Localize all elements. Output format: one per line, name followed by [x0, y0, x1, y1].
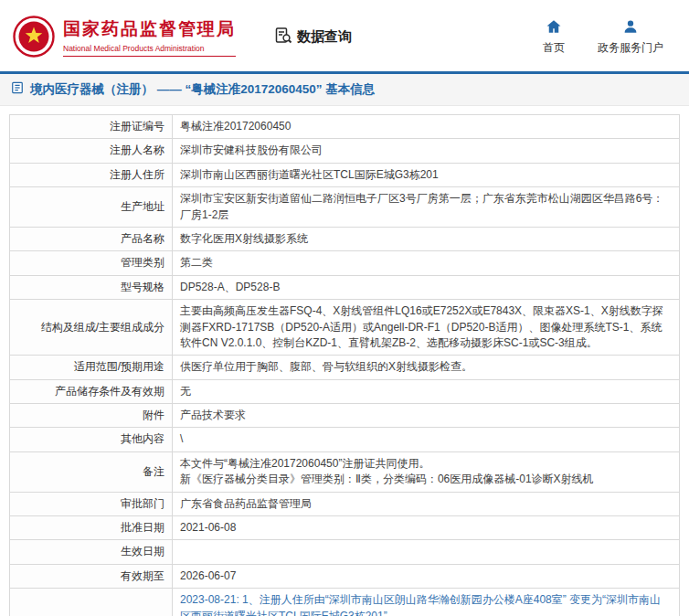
row-value [173, 540, 680, 564]
user-icon [622, 18, 639, 37]
row-value: 2021-06-08 [173, 516, 680, 540]
row-label: 适用范围/预期用途 [10, 356, 173, 379]
national-emblem-logo [13, 16, 55, 58]
row-value: 供医疗单位用于胸部、腹部、骨与软组织的X射线摄影检查。 [173, 356, 680, 379]
table-row: 产品名称数字化医用X射线摄影系统 [10, 227, 680, 250]
row-value: 产品技术要求 [173, 404, 680, 428]
table-row: 有效期至2026-06-07 [10, 564, 680, 588]
home-icon [546, 18, 562, 37]
row-label: 注册人住所 [10, 163, 173, 186]
row-label: 管理类别 [10, 251, 173, 275]
brand-text: 国家药品监督管理局 National Medical Products Admi… [63, 17, 236, 57]
page-title: 境内医疗器械（注册） —— “粤械注准20172060450” 基本信息 [30, 81, 375, 98]
table-row: 产品储存条件及有效期无 [10, 379, 680, 403]
row-value: 本文件与“粤械注准20172060450”注册证共同使用。新《医疗器械分类目录》… [173, 451, 680, 492]
table-row: 注册证编号粤械注准20172060450 [10, 115, 680, 139]
nav-portal-label: 政务服务门户 [598, 40, 663, 56]
table-row: 变更情况2023-08-21: 1、注册人住所由“深圳市南山区朗山路华瀚创新园办… [10, 589, 680, 616]
table-row: 生产地址深圳市宝安区新安街道留仙二路润恒电子厂区3号厂房第一层；广东省东莞市松山… [10, 187, 680, 228]
site-header: 国家药品监督管理局 National Medical Products Admi… [0, 0, 689, 71]
row-value: 主要由高频高压发生器FSQ-4、X射线管组件LQ16或E7252X或E7843X… [173, 300, 680, 356]
row-value: DP528-A、DP528-B [173, 275, 680, 299]
row-value: \ [173, 428, 680, 451]
row-label: 审批部门 [10, 492, 173, 515]
table-row: 型号规格DP528-A、DP528-B [10, 275, 680, 299]
info-table: 注册证编号粤械注准20172060450注册人名称深圳市安健科技股份有限公司注册… [9, 114, 680, 616]
row-value: 深圳市南山区西丽街道曙光社区TCL国际E城G3栋201 [173, 163, 680, 186]
row-label: 注册人名称 [10, 139, 173, 163]
nav-portal[interactable]: 政务服务门户 [598, 18, 663, 56]
row-label: 注册证编号 [10, 115, 173, 139]
row-label: 有效期至 [10, 564, 173, 588]
table-row: 生效日期 [10, 540, 680, 564]
row-label: 变更情况 [10, 589, 173, 616]
nav-home[interactable]: 首页 [543, 18, 565, 56]
site-subtitle: National Medical Products Administration [63, 44, 236, 57]
row-value: 2023-08-21: 1、注册人住所由“深圳市南山区朗山路华瀚创新园办公楼A座… [173, 589, 680, 616]
row-value: 粤械注准20172060450 [173, 115, 680, 139]
row-label: 产品储存条件及有效期 [10, 379, 173, 403]
table-row: 批准日期2021-06-08 [10, 516, 680, 540]
row-label: 其他内容 [10, 428, 173, 451]
row-label: 结构及组成/主要组成成分 [10, 300, 173, 356]
row-label: 批准日期 [10, 516, 173, 540]
table-row: 附件产品技术要求 [10, 404, 680, 428]
table-row: 结构及组成/主要组成成分主要由高频高压发生器FSQ-4、X射线管组件LQ16或E… [10, 300, 680, 356]
table-row: 注册人住所深圳市南山区西丽街道曙光社区TCL国际E城G3栋201 [10, 163, 680, 186]
data-query-label: 数据查询 [297, 28, 352, 46]
row-value: 深圳市安健科技股份有限公司 [173, 139, 680, 163]
table-row: 审批部门广东省食品药品监督管理局 [10, 492, 680, 515]
table-row: 其他内容\ [10, 428, 680, 451]
row-value: 无 [173, 379, 680, 403]
row-value: 第二类 [173, 251, 680, 275]
document-icon [11, 81, 24, 98]
page: 国家药品监督管理局 National Medical Products Admi… [0, 0, 689, 616]
row-value: 深圳市宝安区新安街道留仙二路润恒电子厂区3号厂房第一层；广东省东莞市松山湖园区华… [173, 187, 680, 228]
row-label: 生产地址 [10, 187, 173, 228]
data-query-icon [274, 27, 292, 48]
nav-home-label: 首页 [543, 40, 565, 56]
row-label: 生效日期 [10, 540, 173, 564]
table-row: 备注本文件与“粤械注准20172060450”注册证共同使用。新《医疗器械分类目… [10, 451, 680, 492]
row-label: 型号规格 [10, 275, 173, 299]
brand: 国家药品监督管理局 National Medical Products Admi… [13, 16, 236, 58]
table-row: 适用范围/预期用途供医疗单位用于胸部、腹部、骨与软组织的X射线摄影检查。 [10, 356, 680, 379]
data-query-menu[interactable]: 数据查询 [274, 27, 352, 48]
site-title: 国家药品监督管理局 [63, 17, 236, 41]
row-value: 2026-06-07 [173, 564, 680, 588]
row-value: 数字化医用X射线摄影系统 [173, 227, 680, 250]
info-table-body: 注册证编号粤械注准20172060450注册人名称深圳市安健科技股份有限公司注册… [10, 115, 680, 616]
row-label: 附件 [10, 404, 173, 428]
page-title-bar: 境内医疗器械（注册） —— “粤械注准20172060450” 基本信息 [0, 74, 689, 106]
row-label: 备注 [10, 451, 173, 492]
table-row: 管理类别第二类 [10, 251, 680, 275]
top-nav: 首页 政务服务门户 [543, 18, 663, 56]
row-label: 产品名称 [10, 227, 173, 250]
table-row: 注册人名称深圳市安健科技股份有限公司 [10, 139, 680, 163]
row-value: 广东省食品药品监督管理局 [173, 492, 680, 515]
